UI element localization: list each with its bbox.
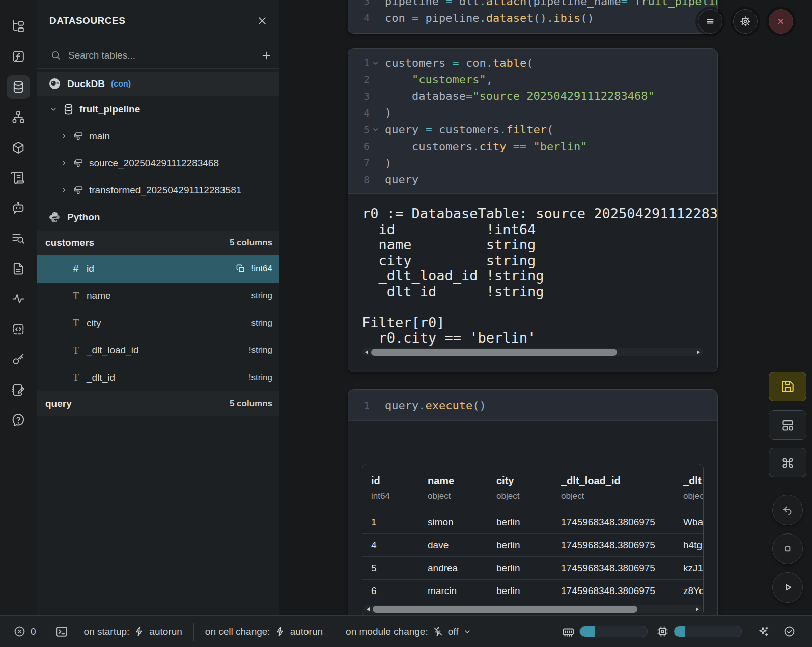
database-icon <box>63 103 74 115</box>
column-name: id <box>87 263 236 274</box>
horizontal-scrollbar[interactable] <box>362 348 703 356</box>
column-row-city[interactable]: Tcity string <box>37 310 279 337</box>
code-line[interactable]: 7) <box>348 155 717 172</box>
shutdown-button[interactable] <box>769 9 793 34</box>
table-column-header-_dlt_load_id[interactable]: _dlt_load_id object <box>561 475 683 501</box>
hamburger-menu-icon <box>704 15 716 27</box>
scratchpad-icon <box>7 378 30 402</box>
table-column-header-id[interactable]: id int64 <box>371 475 428 501</box>
code-line[interactable]: 8query <box>348 172 717 188</box>
table-column-header-_dlt[interactable]: _dlt objec <box>683 475 704 501</box>
scrollbar-thumb[interactable] <box>371 349 617 356</box>
rail-item-scroll[interactable] <box>0 163 37 193</box>
table-row-customers[interactable]: customers 5 columns <box>37 231 279 255</box>
schema-row-main[interactable]: main <box>37 123 279 150</box>
copy-icon[interactable] <box>236 264 245 273</box>
code-line[interactable]: 2 "customers", <box>348 71 717 88</box>
database-row-fruit-pipeline[interactable]: fruit_pipeline <box>37 96 279 123</box>
rail-item-file-tree[interactable] <box>0 11 37 42</box>
rail-item-help[interactable] <box>0 405 37 436</box>
line-number: 1 <box>348 399 370 411</box>
save-floppy-icon <box>781 380 795 393</box>
table-row[interactable]: 1simonberlin1745968348.3806975Wba <box>362 511 703 533</box>
code-cell-query[interactable]: 1customers = con.table(2 "customers",3 d… <box>348 48 718 372</box>
table-cell: 1745968348.3806975 <box>561 585 683 597</box>
scrollbar-thumb[interactable] <box>373 606 637 613</box>
close-panel-icon[interactable] <box>257 16 267 26</box>
column-row-_dlt_load_id[interactable]: T_dlt_load_id !string <box>37 337 279 364</box>
on-cell-change-setting[interactable]: on cell change: autorun <box>205 626 323 637</box>
code-line[interactable]: 4) <box>348 104 717 121</box>
column-type: !int64 <box>251 264 272 274</box>
key-icon <box>7 348 30 371</box>
code-line[interactable]: 3 database="source_202504291112283468" <box>348 88 717 105</box>
column-label: name <box>428 475 496 487</box>
notebook-settings-button[interactable] <box>733 9 758 34</box>
divider <box>193 623 194 641</box>
add-datasource-button[interactable] <box>253 42 279 68</box>
ai-sparkles-icon[interactable] <box>757 625 770 638</box>
column-row-name[interactable]: Tname string <box>37 283 279 310</box>
table-row[interactable]: 6marcinberlin1745968348.3806975z8Yo <box>362 579 703 602</box>
layout-toggle-button[interactable] <box>769 410 806 440</box>
fold-chevron-icon[interactable] <box>372 60 379 66</box>
scroll-left-arrow[interactable] <box>367 607 370 611</box>
interrupt-button[interactable] <box>772 533 803 564</box>
rail-item-chat-bot[interactable] <box>0 193 37 223</box>
code-line[interactable]: 5query = customers.filter( <box>348 121 717 138</box>
rail-item-dependency-graph[interactable] <box>0 102 37 133</box>
fold-chevron-icon[interactable] <box>372 126 379 133</box>
undo-button[interactable] <box>772 495 803 525</box>
rail-item-code-snippet[interactable] <box>0 314 37 345</box>
table-horizontal-scrollbar[interactable] <box>363 605 702 613</box>
schema-row-transformed_202504291112283581[interactable]: transformed_202504291112283581 <box>37 177 279 204</box>
connection-row-duckdb[interactable]: DuckDB (con) <box>37 72 279 96</box>
chevron-right-icon <box>60 186 68 194</box>
on-module-change-setting[interactable]: on module change: off <box>346 626 471 637</box>
table-row-query[interactable]: query 5 columns <box>37 391 279 416</box>
schema-row-source_202504291112283468[interactable]: source_202504291112283468 <box>37 150 279 177</box>
code-line[interactable]: 1customers = con.table( <box>348 54 717 71</box>
save-button[interactable] <box>769 372 806 401</box>
search-input[interactable]: Search tables... <box>37 42 253 68</box>
code-line[interactable]: 3pipeline = dlt.attach(pipeline_name="fr… <box>348 0 717 10</box>
activity-icon <box>7 287 30 311</box>
rail-item-database[interactable] <box>0 72 37 102</box>
scroll-left-arrow[interactable] <box>365 350 368 354</box>
code-line[interactable]: 4con = pipeline.dataset().ibis() <box>348 10 717 26</box>
table-column-header-name[interactable]: name object <box>428 475 496 501</box>
rail-item-document[interactable] <box>0 254 37 284</box>
startup-label: on startup: <box>84 626 130 637</box>
table-cell: 4 <box>371 540 428 551</box>
rail-item-function[interactable] <box>0 42 37 72</box>
table-cell: berlin <box>496 517 561 528</box>
rail-item-scratchpad[interactable] <box>0 375 37 405</box>
python-section-label: Python <box>67 212 100 223</box>
run-button[interactable] <box>772 572 803 603</box>
line-number: 7 <box>348 157 370 169</box>
errors-indicator[interactable]: 0 <box>13 625 36 638</box>
connection-status-check-icon[interactable] <box>783 625 796 638</box>
scroll-right-arrow[interactable] <box>697 350 700 354</box>
command-palette-button[interactable] <box>769 448 806 477</box>
code-cell-execute[interactable]: 1query.execute() id int64name objectcity… <box>348 389 718 629</box>
rail-item-activity[interactable] <box>0 284 37 315</box>
table-row[interactable]: 4daveberlin1745968348.3806975h4tg <box>362 533 703 556</box>
on-startup-setting[interactable]: on startup: autorun <box>84 626 182 637</box>
column-row-id[interactable]: #id !int64 <box>37 255 279 283</box>
code-line[interactable]: 1query.execute() <box>348 397 717 414</box>
code-cell-setup[interactable]: 3pipeline = dlt.attach(pipeline_name="fr… <box>348 0 718 34</box>
rail-item-package[interactable] <box>0 132 37 163</box>
rail-item-key[interactable] <box>0 345 37 375</box>
table-column-header-city[interactable]: city object <box>496 475 561 501</box>
line-number: 4 <box>348 12 370 24</box>
column-label: id <box>371 475 428 487</box>
column-row-_dlt_id[interactable]: T_dlt_id !string <box>37 364 279 391</box>
code-line[interactable]: 6 customers.city == "berlin" <box>348 138 717 155</box>
undo-arrow-icon <box>781 503 794 517</box>
terminal-button[interactable] <box>54 625 69 639</box>
table-row[interactable]: 5andreaberlin1745968348.3806975kzJ1C <box>362 556 703 579</box>
scroll-right-arrow[interactable] <box>696 607 699 611</box>
cell-menu-button[interactable] <box>698 9 722 34</box>
rail-item-log-search[interactable] <box>0 223 37 254</box>
